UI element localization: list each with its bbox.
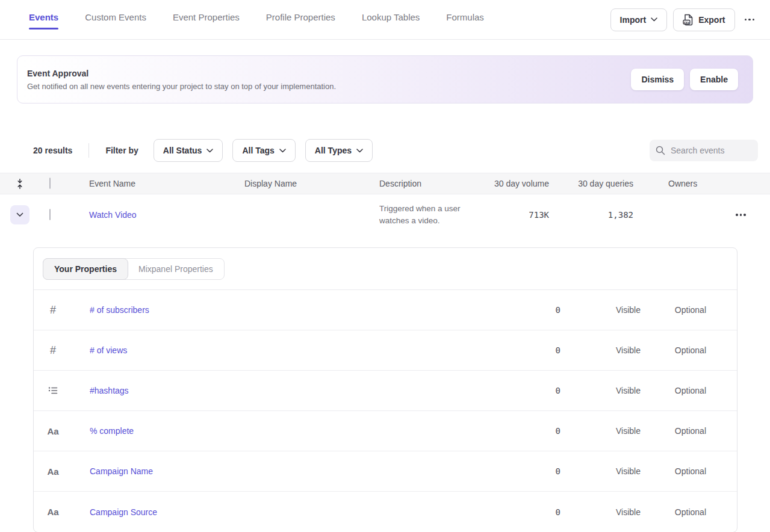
text-type-icon: Aa — [34, 507, 72, 517]
list-type-icon — [34, 385, 72, 396]
top-navigation: Events Custom Events Event Properties Pr… — [0, 0, 770, 40]
property-name-link[interactable]: Campaign Name — [72, 466, 427, 476]
dismiss-button[interactable]: Dismiss — [631, 69, 684, 90]
property-count: 0 — [427, 426, 560, 436]
types-filter-label: All Types — [315, 146, 352, 155]
banner-description: Get notified on all new events entering … — [27, 82, 631, 91]
lexicon-tabs: Events Custom Events Event Properties Pr… — [29, 8, 610, 31]
more-options-button[interactable] — [741, 8, 759, 31]
property-row: # # of subscribers 0 Visible Optional — [34, 290, 737, 330]
export-button[interactable]: csv Export — [673, 8, 734, 31]
search-events-input[interactable] — [671, 146, 752, 155]
results-count: 20 results — [33, 146, 72, 155]
property-status: Optional — [641, 345, 706, 355]
event-name-link[interactable]: Watch Video — [89, 210, 137, 220]
description-line-1: Triggered when a user — [379, 203, 483, 215]
volume-cell: 713K — [483, 210, 555, 220]
property-visibility: Visible — [560, 426, 641, 436]
nav-actions: Import csv Export — [610, 8, 758, 31]
chevron-down-icon — [279, 149, 286, 153]
chevron-down-icon — [16, 212, 23, 217]
header-owners: Owners — [639, 179, 712, 188]
tab-your-properties[interactable]: Your Properties — [43, 258, 128, 280]
header-30-day-queries: 30 day queries — [555, 179, 639, 188]
event-properties-panel: Your Properties Mixpanel Properties # # … — [33, 247, 737, 532]
banner-title: Event Approval — [27, 69, 631, 78]
tab-custom-events[interactable]: Custom Events — [85, 8, 146, 31]
ellipsis-icon — [745, 19, 755, 21]
number-type-icon: # — [34, 304, 72, 317]
search-events-box[interactable] — [650, 140, 758, 161]
import-button[interactable]: Import — [610, 8, 668, 31]
property-status: Optional — [641, 466, 706, 476]
properties-tab-bar: Your Properties Mixpanel Properties — [34, 248, 737, 290]
property-count: 0 — [427, 466, 560, 476]
header-30-day-volume: 30 day volume — [483, 179, 555, 188]
tab-formulas[interactable]: Formulas — [446, 8, 484, 31]
property-status: Optional — [641, 305, 706, 315]
property-status: Optional — [641, 386, 706, 395]
banner-actions: Dismiss Enable — [631, 69, 738, 90]
property-visibility: Visible — [560, 305, 641, 315]
text-type-icon: Aa — [34, 426, 72, 436]
header-display-name: Display Name — [234, 179, 368, 188]
property-count: 0 — [427, 305, 560, 315]
property-name-link[interactable]: # of subscribers — [72, 305, 427, 315]
property-row: Aa Campaign Name 0 Visible Optional — [34, 451, 737, 492]
types-filter-dropdown[interactable]: All Types — [305, 139, 373, 162]
chevron-down-icon — [651, 17, 657, 22]
collapse-row-button[interactable] — [10, 205, 29, 224]
property-name-link[interactable]: % complete — [72, 426, 427, 436]
search-icon — [656, 146, 665, 155]
csv-file-icon: csv — [683, 14, 694, 26]
tab-profile-properties[interactable]: Profile Properties — [266, 8, 335, 31]
property-name-link[interactable]: # of views — [72, 345, 427, 355]
property-count: 0 — [427, 507, 560, 517]
property-row: Aa % complete 0 Visible Optional — [34, 411, 737, 451]
tab-lookup-tables[interactable]: Lookup Tables — [362, 8, 420, 31]
tab-events[interactable]: Events — [29, 8, 58, 31]
svg-text:csv: csv — [684, 20, 690, 23]
ellipsis-icon — [736, 214, 746, 216]
banner-text: Event Approval Get notified on all new e… — [27, 69, 631, 91]
property-count: 0 — [427, 386, 560, 395]
import-button-label: Import — [620, 15, 647, 25]
property-count: 0 — [427, 345, 560, 355]
number-type-icon: # — [34, 344, 72, 357]
properties-list: # # of subscribers 0 Visible Optional # … — [34, 290, 737, 532]
filter-by-label: Filter by — [105, 146, 138, 155]
property-row: #hashtags 0 Visible Optional — [34, 371, 737, 411]
property-visibility: Visible — [560, 386, 641, 395]
filter-toolbar: 20 results Filter by All Status All Tags… — [33, 139, 758, 162]
property-row: Aa Campaign Source 0 Visible Optional — [34, 492, 737, 532]
property-name-link[interactable]: #hashtags — [72, 386, 427, 395]
property-visibility: Visible — [560, 345, 641, 355]
properties-tab-group: Your Properties Mixpanel Properties — [43, 258, 225, 280]
events-table-header: Event Name Display Name Description 30 d… — [0, 173, 770, 194]
event-row-watch-video: Watch Video Triggered when a user watche… — [0, 194, 770, 235]
tags-filter-dropdown[interactable]: All Tags — [232, 139, 295, 162]
tags-filter-label: All Tags — [242, 146, 274, 155]
row-checkbox[interactable] — [49, 209, 51, 220]
export-button-label: Export — [698, 15, 725, 25]
header-description: Description — [368, 179, 483, 188]
status-filter-dropdown[interactable]: All Status — [154, 139, 223, 162]
property-status: Optional — [641, 507, 706, 517]
enable-button[interactable]: Enable — [690, 69, 738, 90]
event-approval-banner: Event Approval Get notified on all new e… — [17, 55, 753, 104]
tab-event-properties[interactable]: Event Properties — [173, 8, 240, 31]
chevron-down-icon — [356, 149, 363, 153]
row-more-options-button[interactable] — [732, 203, 750, 226]
divider — [88, 143, 89, 158]
status-filter-label: All Status — [163, 146, 202, 155]
property-row: # # of views 0 Visible Optional — [34, 330, 737, 371]
queries-cell: 1,382 — [555, 210, 639, 220]
collapse-all-icon[interactable] — [0, 179, 40, 189]
property-name-link[interactable]: Campaign Source — [72, 507, 427, 517]
tab-mixpanel-properties[interactable]: Mixpanel Properties — [128, 259, 224, 279]
select-all-checkbox[interactable] — [49, 178, 51, 189]
header-event-name: Event Name — [78, 179, 234, 188]
property-visibility: Visible — [560, 507, 641, 517]
description-cell: Triggered when a user watches a video. — [368, 203, 483, 227]
text-type-icon: Aa — [34, 466, 72, 477]
